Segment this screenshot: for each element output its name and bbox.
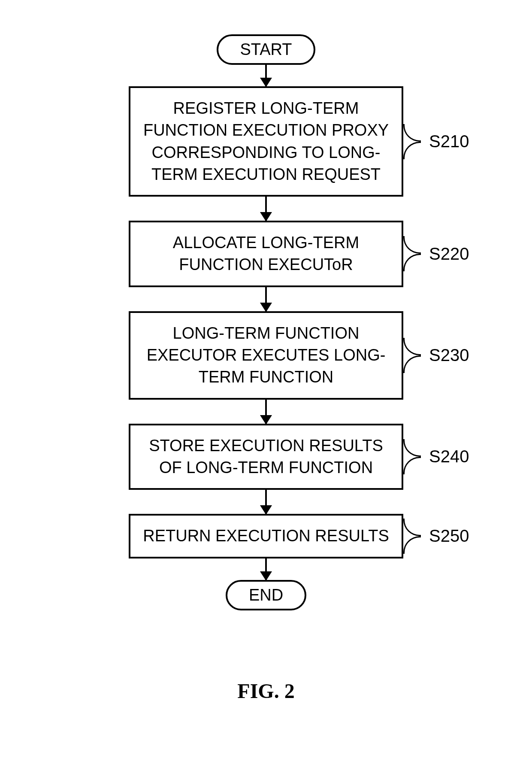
arrow [265,490,267,514]
step-label: S210 [429,132,469,151]
step-row-2: ALLOCATE LONG-TERM FUNCTION EXECUToR S22… [129,221,403,287]
process-box: REGISTER LONG-TERM FUNCTION EXECUTION PR… [129,86,403,197]
step-row-5: RETURN EXECUTION RESULTS S250 [129,514,403,558]
step-label: S230 [429,346,469,365]
step-row-3: LONG-TERM FUNCTION EXECUTOR EXECUTES LON… [129,311,403,400]
arrow [265,558,267,580]
step-label: S250 [429,526,469,546]
label-connector [403,355,421,373]
label-connector [403,254,421,271]
step-row-4: STORE EXECUTION RESULTS OF LONG-TERM FUN… [129,424,403,490]
label-connector [403,536,421,554]
arrow [265,400,267,424]
arrow [265,287,267,311]
step-label: S240 [429,447,469,466]
process-box: RETURN EXECUTION RESULTS [129,514,403,558]
process-box: ALLOCATE LONG-TERM FUNCTION EXECUToR [129,221,403,287]
label-connector [403,142,421,159]
figure-caption: FIG. 2 [237,679,294,703]
process-box: STORE EXECUTION RESULTS OF LONG-TERM FUN… [129,424,403,490]
process-box: LONG-TERM FUNCTION EXECUTOR EXECUTES LON… [129,311,403,400]
step-label: S220 [429,244,469,264]
label-connector [403,519,421,536]
label-connector [403,338,421,355]
flowchart-container: START REGISTER LONG-TERM FUNCTION EXECUT… [129,34,403,610]
label-connector [403,124,421,142]
label-connector [403,439,421,457]
step-row-1: REGISTER LONG-TERM FUNCTION EXECUTION PR… [129,86,403,197]
end-terminator: END [226,580,306,610]
arrow [265,65,267,86]
arrow [265,197,267,221]
label-connector [403,457,421,474]
start-terminator: START [217,34,315,65]
label-connector [403,236,421,254]
